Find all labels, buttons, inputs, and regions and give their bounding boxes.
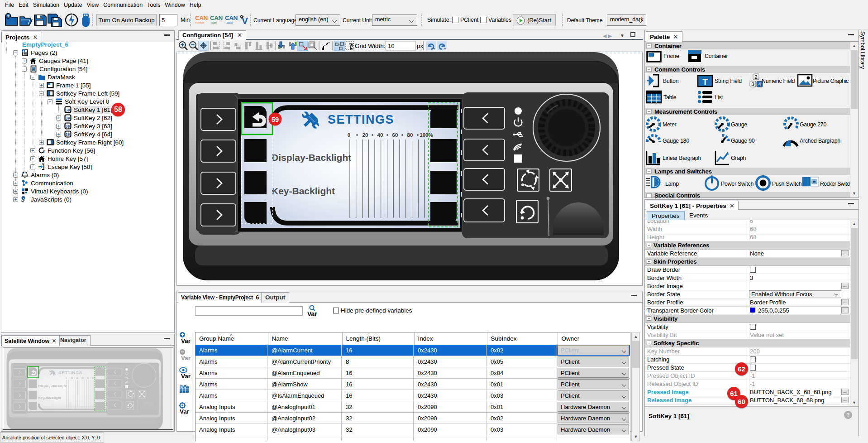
svg-text:List: List	[715, 94, 723, 101]
svg-text:Push Switch: Push Switch	[772, 181, 802, 187]
svg-text:Meter: Meter	[663, 121, 677, 128]
svg-text:CAN: CAN	[195, 14, 208, 21]
svg-text:Grid Width:: Grid Width:	[355, 43, 386, 49]
svg-text:Measurement Controls: Measurement Controls	[654, 108, 717, 115]
svg-text:CAN: CAN	[225, 14, 238, 21]
svg-text:Container: Container	[654, 43, 682, 49]
svg-text:Linear Bargraph: Linear Bargraph	[663, 155, 701, 161]
svg-text:3: 3	[752, 82, 754, 87]
svg-text:Arched Bargraph: Arched Bargraph	[800, 138, 840, 144]
svg-text:Table: Table	[663, 94, 677, 101]
svg-text:Gauge 180: Gauge 180	[663, 138, 689, 144]
svg-text:Common Controls: Common Controls	[654, 66, 705, 73]
svg-text:Var: Var	[181, 355, 191, 361]
svg-text:4: 4	[758, 82, 761, 87]
svg-text:Frame: Frame	[663, 53, 679, 59]
svg-text:Var: Var	[307, 310, 317, 318]
svg-text:J1939: J1939	[226, 21, 233, 24]
svg-text:T: T	[702, 77, 708, 87]
svg-text:Var: Var	[181, 373, 191, 380]
svg-text:Power Switch: Power Switch	[721, 181, 754, 187]
svg-text:Lamp: Lamp	[665, 181, 679, 187]
svg-text:Gauge: Gauge	[731, 121, 747, 128]
svg-text:Lamps and Switches: Lamps and Switches	[654, 168, 712, 175]
svg-text:Picture Graphic: Picture Graphic	[813, 78, 849, 84]
svg-text:10: 10	[388, 43, 394, 49]
svg-text:2: 2	[755, 74, 758, 80]
svg-text:Rocker Switch: Rocker Switch	[820, 181, 850, 187]
svg-text:Numeric Field: Numeric Field	[762, 78, 795, 84]
svg-text:59: 59	[272, 116, 279, 123]
svg-text:CAN: CAN	[210, 14, 223, 21]
svg-text:Var: Var	[180, 408, 190, 415]
svg-text:Freestyle: Freestyle	[195, 21, 205, 24]
svg-text:px: px	[417, 43, 424, 49]
svg-text:Container: Container	[705, 53, 728, 59]
svg-text:Gauge 270: Gauge 270	[800, 121, 826, 128]
svg-text:Graph: Graph	[731, 155, 746, 161]
svg-text:Special Controls: Special Controls	[654, 192, 700, 197]
svg-text:open: open	[211, 21, 217, 24]
svg-text:Gauge 90: Gauge 90	[731, 138, 755, 144]
svg-text:Var: Var	[181, 337, 191, 344]
svg-text:String Field: String Field	[715, 78, 742, 84]
svg-text:Button: Button	[663, 78, 679, 84]
